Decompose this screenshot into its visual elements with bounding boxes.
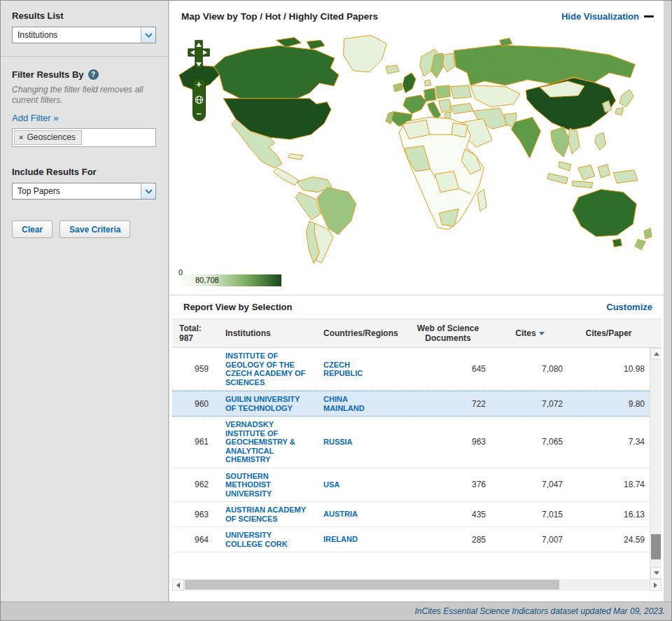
cites-cell: 7,072: [491, 399, 568, 409]
rank-cell: 963: [172, 510, 218, 519]
table-row[interactable]: 961 VERNADSKY INSTITUTE OF GEOCHEMISTRY …: [172, 417, 650, 468]
vertical-scrollbar[interactable]: [650, 348, 662, 579]
cites-per-paper-cell: 10.98: [568, 364, 649, 374]
table-body: 959 INSTITUTE OF GEOLOGY OF THE CZECH AC…: [172, 348, 662, 579]
chevron-down-icon: [141, 183, 155, 199]
dataset-updated-note: InCites Essential Science Indicators dat…: [414, 606, 665, 616]
horizontal-scroll-thumb[interactable]: [185, 580, 559, 589]
table-header-row: Total: 987 Institutions Countries/Region…: [172, 319, 662, 348]
zoom-world-icon[interactable]: [195, 95, 204, 104]
institution-cell: GUILIN UNIVERSITY OF TECHNOLOGY: [218, 395, 318, 412]
map-legend: 0 80,708: [178, 270, 664, 295]
esi-application-window: Results List Institutions Filter Results…: [0, 0, 672, 621]
cites-per-paper-cell: 7.34: [568, 437, 649, 447]
country-link[interactable]: AUSTRIA: [323, 510, 379, 519]
legend-gradient-bar: [178, 274, 281, 286]
legend-max-label: 80,708: [195, 276, 219, 284]
rank-cell: 961: [172, 437, 218, 447]
customize-link[interactable]: Customize: [606, 302, 652, 312]
country-cell: CHINA MAINLAND: [318, 395, 405, 412]
collapse-icon: [644, 15, 654, 18]
institution-cell: UNIVERSITY COLLEGE CORK: [218, 531, 318, 548]
report-rows: 959 INSTITUTE OF GEOLOGY OF THE CZECH AC…: [172, 348, 650, 552]
column-header-cites-per-paper[interactable]: Cites/Paper: [568, 328, 649, 338]
zoom-in-button[interactable]: +: [196, 81, 202, 89]
save-criteria-button[interactable]: Save Criteria: [59, 221, 130, 238]
institution-link[interactable]: UNIVERSITY COLLEGE CORK: [225, 531, 308, 548]
table-row[interactable]: 964 UNIVERSITY COLLEGE CORK IRELAND 285 …: [172, 527, 650, 552]
docs-cell: 645: [405, 364, 491, 374]
include-results-dropdown[interactable]: Top Papers: [12, 183, 156, 200]
sort-caret-icon: [539, 332, 545, 335]
total-label: Total:: [179, 323, 218, 333]
world-map[interactable]: [174, 32, 659, 270]
institution-link[interactable]: INSTITUTE OF GEOLOGY OF THE CZECH ACADEM…: [225, 351, 308, 386]
scroll-up-button[interactable]: [650, 348, 662, 360]
institution-link[interactable]: GUILIN UNIVERSITY OF TECHNOLOGY: [225, 395, 308, 412]
map-title-value: Top / Hot / Highly Cited Papers: [241, 11, 378, 22]
column-header-cites[interactable]: Cites: [491, 328, 568, 338]
horizontal-scrollbar[interactable]: [172, 579, 662, 591]
results-list-label: Results List: [12, 11, 157, 21]
main-panel: Map View byTop / Hot / Highly Cited Pape…: [169, 1, 664, 601]
institution-link[interactable]: SOUTHERN METHODIST UNIVERSITY: [225, 472, 308, 498]
remove-filter-icon[interactable]: ×: [19, 133, 23, 141]
active-filters-box: × Geosciences: [12, 128, 156, 147]
docs-cell: 285: [405, 535, 491, 545]
docs-cell: 435: [405, 510, 491, 519]
results-list-dropdown[interactable]: Institutions: [12, 27, 156, 43]
report-title-value: Selection: [252, 302, 293, 312]
help-icon[interactable]: ?: [88, 69, 99, 80]
institution-link[interactable]: VERNADSKY INSTITUTE OF GEOCHEMISTRY & AN…: [225, 420, 308, 464]
add-filter-link[interactable]: Add Filter »: [12, 113, 58, 123]
table-row[interactable]: 962 SOUTHERN METHODIST UNIVERSITY USA 37…: [172, 468, 650, 503]
filter-tag-label: Geosciences: [27, 132, 75, 142]
country-cell: CZECH REPUBLIC: [318, 361, 405, 378]
map-zoom-control: + −: [192, 78, 206, 121]
country-link[interactable]: IRELAND: [323, 535, 379, 544]
rank-cell: 962: [172, 480, 218, 489]
legend-min-label: 0: [178, 268, 183, 277]
hide-visualization-link[interactable]: Hide Visualization: [561, 11, 654, 22]
report-title-label: Report View by: [183, 302, 249, 312]
total-value: 987: [179, 333, 218, 343]
map-view-header: Map View byTop / Hot / Highly Cited Pape…: [169, 1, 664, 32]
map-title-label: Map View by: [181, 11, 238, 22]
column-header-countries[interactable]: Countries/Regions: [318, 328, 405, 338]
country-cell: USA: [318, 480, 405, 489]
institution-cell: AUSTRIAN ACADEMY OF SCIENCES: [218, 505, 318, 523]
clear-button[interactable]: Clear: [12, 221, 52, 238]
map-pan-control[interactable]: [186, 39, 211, 71]
institution-cell: SOUTHERN METHODIST UNIVERSITY: [218, 472, 318, 498]
map-view-title: Map View byTop / Hot / Highly Cited Pape…: [181, 11, 378, 22]
column-header-institutions[interactable]: Institutions: [218, 328, 318, 338]
scroll-left-button[interactable]: [172, 579, 184, 591]
include-results-label: Include Results For: [12, 167, 157, 177]
country-link[interactable]: CHINA MAINLAND: [323, 395, 379, 412]
cites-per-paper-cell: 18.74: [568, 480, 649, 489]
chevron-down-icon: [141, 27, 155, 43]
cites-cell: 7,080: [491, 364, 568, 374]
table-row[interactable]: 960 GUILIN UNIVERSITY OF TECHNOLOGY CHIN…: [172, 391, 650, 417]
vertical-scroll-thumb[interactable]: [651, 534, 661, 559]
country-cell: IRELAND: [318, 535, 405, 544]
filter-note: Changing the filter field removes all cu…: [12, 85, 153, 106]
country-link[interactable]: RUSSIA: [323, 438, 379, 447]
report-table: Total: 987 Institutions Countries/Region…: [172, 319, 662, 579]
cites-per-paper-cell: 16.13: [568, 510, 649, 519]
map-area: + −: [169, 32, 664, 270]
country-link[interactable]: CZECH REPUBLIC: [323, 361, 379, 378]
institution-link[interactable]: AUSTRIAN ACADEMY OF SCIENCES: [225, 505, 308, 523]
table-row[interactable]: 963 AUSTRIAN ACADEMY OF SCIENCES AUSTRIA…: [172, 502, 650, 527]
total-count: Total: 987: [172, 323, 218, 343]
filter-tag-geosciences[interactable]: × Geosciences: [14, 130, 82, 145]
sidebar: Results List Institutions Filter Results…: [1, 1, 169, 601]
cites-cell: 7,047: [491, 480, 568, 489]
column-header-documents[interactable]: Web of Science Documents: [405, 323, 491, 343]
table-row[interactable]: 959 INSTITUTE OF GEOLOGY OF THE CZECH AC…: [172, 348, 650, 391]
country-link[interactable]: USA: [323, 480, 379, 489]
scroll-down-button[interactable]: [650, 567, 662, 579]
scroll-right-button[interactable]: [650, 579, 662, 591]
zoom-out-button[interactable]: −: [196, 110, 202, 118]
report-view-header: Report View bySelection Customize: [169, 295, 664, 319]
